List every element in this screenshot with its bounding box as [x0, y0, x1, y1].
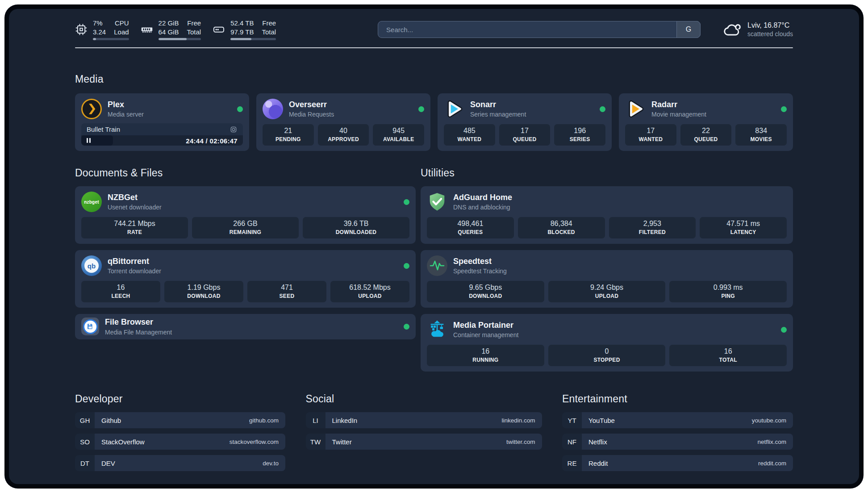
now-playing-title: Bullet Train — [87, 125, 120, 133]
stat-stopped: 0 STOPPED — [548, 345, 666, 366]
stat-total: 16 TOTAL — [669, 345, 787, 366]
stat-wanted: 485 WANTED — [444, 124, 495, 146]
bookmark-youtube[interactable]: YT YouTube youtube.com — [562, 412, 793, 428]
stat-value: 0 — [550, 347, 664, 355]
section-title-media: Media — [75, 73, 793, 85]
service-card-filebrowser[interactable]: File Browser Media File Management — [75, 314, 416, 339]
stat-blocked: 86,384 BLOCKED — [518, 217, 605, 238]
stat-value: 618.52 Mbps — [332, 284, 408, 292]
bookmark-name: YouTube — [588, 417, 615, 424]
stat-label: WANTED — [446, 136, 493, 142]
service-card-overseerr[interactable]: Overseerr Media Requests 21 PENDING 40 A… — [256, 93, 430, 151]
disk-progress-fill — [230, 38, 251, 40]
service-card-radarr[interactable]: Radarr Movie management 17 WANTED 22 QUE… — [619, 93, 793, 151]
stat-value: 266 GB — [194, 220, 297, 228]
section-title-developer: Developer — [75, 393, 285, 405]
bookmark-name: Netflix — [588, 438, 607, 446]
disk-total-value: 97.9 TB — [230, 28, 254, 37]
status-dot — [781, 327, 787, 333]
service-card-plex[interactable]: Plex Media server Bullet Train — [75, 93, 249, 151]
stat-label: QUEUED — [682, 136, 730, 142]
bookmark-stackoverflow[interactable]: SO StackOverflow stackoverflow.com — [75, 434, 285, 450]
bookmark-dev[interactable]: DT DEV dev.to — [75, 455, 285, 471]
bookmark-domain: github.com — [249, 417, 279, 424]
stat-value: 16 — [429, 347, 542, 355]
memory-progress-fill — [159, 38, 187, 40]
bookmark-group-social: Social LI LinkedIn linkedin.com TW Twitt… — [306, 393, 542, 476]
service-title: qBittorrent — [108, 257, 161, 267]
filebrowser-icon — [81, 318, 99, 335]
cpu-labels: CPU Load — [114, 19, 129, 36]
bookmark-twitter[interactable]: TW Twitter twitter.com — [306, 434, 542, 450]
service-subtitle: Torrent downloader — [108, 267, 161, 275]
stat-label: LATENCY — [701, 229, 785, 235]
status-dot — [418, 106, 424, 112]
stat-label: WANTED — [627, 136, 675, 142]
stat-value: 744.21 Mbps — [83, 220, 186, 228]
stat-approved: 40 APPROVED — [318, 124, 369, 146]
bookmark-domain: linkedin.com — [501, 417, 535, 424]
service-title: AdGuard Home — [453, 193, 512, 203]
stat-label: PING — [671, 293, 785, 299]
load-label: Load — [114, 28, 129, 37]
section-media: Media Plex Media server Bullet Train — [75, 73, 793, 151]
section-title-utilities: Utilities — [421, 167, 793, 179]
total-label: Total — [187, 28, 201, 37]
service-card-adguard[interactable]: AdGuard Home DNS and adblocking 498,461 … — [421, 186, 793, 244]
search-provider-button[interactable]: G — [676, 21, 701, 38]
cpu-label: CPU — [114, 19, 129, 28]
bookmark-domain: reddit.com — [758, 460, 786, 467]
stat-running: 16 RUNNING — [427, 345, 544, 366]
stat-value: 39.6 TB — [305, 220, 408, 228]
bookmark-name: Github — [101, 417, 121, 424]
cpu-load-value: 3.24 — [93, 28, 106, 37]
search-input[interactable] — [378, 21, 701, 38]
service-subtitle: Movie management — [651, 111, 706, 118]
pause-icon — [87, 138, 91, 143]
bookmark-github[interactable]: GH Github github.com — [75, 412, 285, 428]
stat-value: 22 — [682, 127, 730, 135]
window-frame: 7% 3.24 CPU Load — [4, 4, 864, 489]
service-subtitle: Container management — [453, 331, 518, 338]
adguard-icon — [427, 192, 447, 212]
service-card-speedtest[interactable]: Speedtest Speedtest Tracking 9.65 Gbps D… — [421, 250, 793, 308]
overseerr-icon — [263, 99, 283, 119]
memory-labels: Free Total — [187, 19, 201, 36]
weather-widget: Lviv, 16.87°C scattered clouds — [722, 20, 793, 39]
status-dot — [781, 106, 787, 112]
stat-remaining: 266 GB REMAINING — [192, 217, 299, 238]
stat-label: AVAILABLE — [375, 136, 422, 142]
memory-free-value: 22 GiB — [159, 19, 179, 28]
service-card-qbittorrent[interactable]: qb qBittorrent Torrent downloader 16 LEE… — [75, 250, 416, 308]
stat-label: DOWNLOAD — [429, 293, 542, 299]
service-subtitle: Usenet downloader — [108, 204, 162, 211]
bookmark-linkedin[interactable]: LI LinkedIn linkedin.com — [306, 412, 542, 428]
bookmark-netflix[interactable]: NF Netflix netflix.com — [562, 434, 793, 450]
stat-value: 0.993 ms — [671, 284, 785, 292]
stat-ping: 0.993 ms PING — [669, 281, 787, 302]
settings-icon[interactable] — [230, 125, 238, 134]
bookmark-reddit[interactable]: RE Reddit reddit.com — [562, 455, 793, 471]
top-bar: 7% 3.24 CPU Load — [75, 19, 793, 40]
stat-queued: 17 QUEUED — [499, 124, 551, 146]
service-subtitle: Series management — [470, 111, 526, 118]
service-card-nzbget[interactable]: nzbget NZBGet Usenet downloader 744.21 M… — [75, 186, 416, 244]
bookmark-name: StackOverflow — [101, 438, 145, 446]
cpu-progress-bar — [93, 38, 129, 40]
playback-progress-bar[interactable]: 24:44 / 02:06:47 — [81, 135, 243, 146]
stat-value: 21 — [264, 127, 312, 135]
service-card-portainer[interactable]: Media Portainer Container management 16 … — [421, 314, 793, 372]
stat-label: BLOCKED — [520, 229, 603, 235]
service-card-sonarr[interactable]: Sonarr Series management 485 WANTED 17 Q… — [438, 93, 612, 151]
cpu-progress-fill — [93, 38, 96, 40]
stat-download: 9.65 Gbps DOWNLOAD — [427, 281, 544, 302]
section-documents: Documents & Files nzbget NZBGet Usenet d… — [75, 167, 416, 372]
system-stat-disk: 52.4 TB 97.9 TB Free Total — [213, 19, 276, 40]
stat-label: QUERIES — [429, 229, 512, 235]
section-middle: Documents & Files nzbget NZBGet Usenet d… — [75, 167, 793, 372]
search-bar: G — [378, 21, 701, 38]
stat-value: 9.24 Gbps — [550, 284, 664, 292]
disk-values: 52.4 TB 97.9 TB — [230, 19, 254, 36]
stat-value: 86,384 — [520, 220, 603, 228]
qbittorrent-logo-text: qb — [84, 259, 99, 273]
